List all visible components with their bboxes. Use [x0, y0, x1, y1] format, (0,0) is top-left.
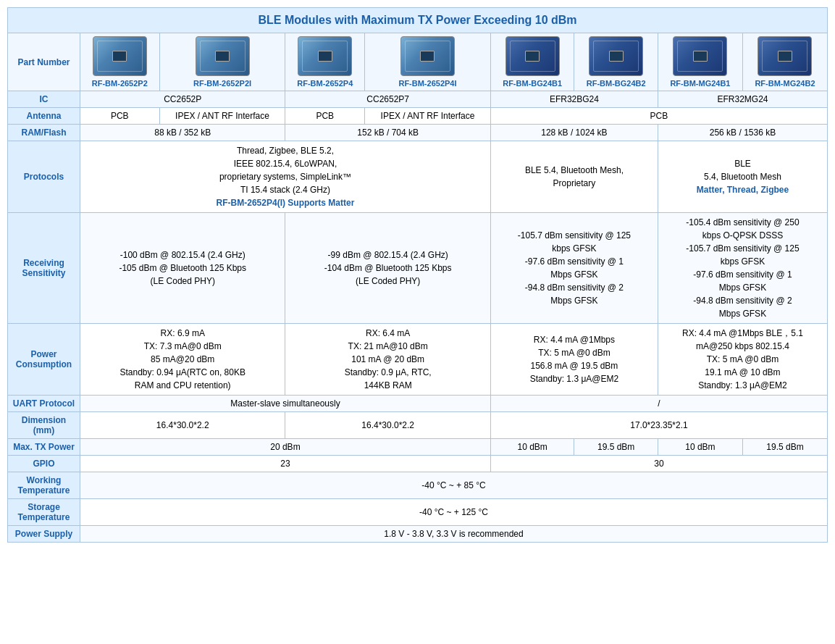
storage-temp-value: -40 °C ~ + 125 °C [80, 499, 828, 526]
antenna-col4: IPEX / ANT RF Interface [365, 108, 491, 125]
max-tx-col6: 19.5 dBm [574, 439, 658, 456]
part-col1: RF-BM-2652P2 [80, 33, 160, 91]
ic-groupB: CC2652P7 [285, 91, 490, 108]
uart-groupAB: Master-slave simultaneously [80, 396, 491, 412]
ic-groupC: EFR32BG24 [490, 91, 658, 108]
rx-sensitivity-groupC: -105.7 dBm sensitivity @ 125kbps GFSK-97… [490, 213, 658, 324]
module-image-col5 [505, 36, 560, 76]
module-image-col6 [589, 36, 643, 76]
part-col2: RF-BM-2652P2I [159, 33, 285, 91]
part-number-label: Part Number [8, 33, 80, 91]
ram-flash-groupA: 88 kB / 352 kB [80, 125, 285, 141]
protocols-groupAB: Thread, Zigbee, BLE 5.2,IEEE 802.15.4, 6… [80, 141, 491, 213]
part-col5: RF-BM-BG24B1 [490, 33, 574, 91]
gpio-groupAB: 23 [80, 456, 491, 472]
module-image-col1 [93, 36, 147, 76]
module-image-col8 [758, 36, 812, 76]
part-name-col8: RF-BM-MG24B2 [755, 79, 815, 88]
working-temp-label: WorkingTemperature [8, 472, 80, 499]
uart-groupCD: / [490, 396, 827, 412]
dimension-groupCD: 17.0*23.35*2.1 [490, 412, 827, 439]
max-tx-col8: 19.5 dBm [742, 439, 827, 456]
table-title: BLE Modules with Maximum TX Power Exceed… [8, 8, 828, 33]
part-name-col3: RF-BM-2652P4 [297, 79, 353, 88]
working-temp-value: -40 °C ~ + 85 °C [80, 472, 828, 499]
main-comparison-table: BLE Modules with Maximum TX Power Exceed… [7, 7, 828, 543]
max-tx-label: Max. TX Power [8, 439, 80, 456]
power-consumption-groupA: RX: 6.9 mATX: 7.3 mA@0 dBm85 mA@20 dBmSt… [80, 324, 285, 396]
part-col7: RF-BM-MG24B1 [658, 33, 742, 91]
rx-sensitivity-groupD: -105.4 dBm sensitivity @ 250kbps O-QPSK … [658, 213, 827, 324]
protocols-matter-note: RF-BM-2652P4(I) Supports Matter [217, 198, 355, 208]
storage-temp-label: StorageTemperature [8, 499, 80, 526]
power-consumption-label: PowerConsumption [8, 324, 80, 396]
max-tx-col5: 10 dBm [490, 439, 574, 456]
power-consumption-groupB: RX: 6.4 mATX: 21 mA@10 dBm101 mA @ 20 dB… [285, 324, 490, 396]
gpio-groupCD: 30 [490, 456, 827, 472]
dimension-groupA: 16.4*30.0*2.2 [80, 412, 285, 439]
part-name-col6: RF-BM-BG24B2 [587, 79, 646, 88]
power-consumption-groupD: RX: 4.4 mA @1Mbps BLE，5.1mA@250 kbps 802… [658, 324, 827, 396]
protocols-groupD-matter: Matter, Thread, Zigbee [697, 185, 789, 195]
part-name-col4: RF-BM-2652P4I [398, 79, 456, 88]
max-tx-groupAB: 20 dBm [80, 439, 491, 456]
rx-sensitivity-label: ReceivingSensitivity [8, 213, 80, 324]
rx-sensitivity-groupB: -99 dBm @ 802.15.4 (2.4 GHz)-104 dBm @ B… [285, 213, 490, 324]
dimension-label: Dimension (mm) [8, 412, 80, 439]
protocols-label: Protocols [8, 141, 80, 213]
rx-sensitivity-groupA: -100 dBm @ 802.15.4 (2.4 GHz)-105 dBm @ … [80, 213, 285, 324]
part-name-col1: RF-BM-2652P2 [92, 79, 148, 88]
power-supply-label: Power Supply [8, 526, 80, 543]
part-col8: RF-BM-MG24B2 [742, 33, 827, 91]
ram-flash-groupB: 152 kB / 704 kB [285, 125, 490, 141]
power-supply-value: 1.8 V - 3.8 V, 3.3 V is recommended [80, 526, 828, 543]
antenna-col2: IPEX / ANT RF Interface [159, 108, 285, 125]
ic-groupA: CC2652P [80, 91, 285, 108]
module-image-col7 [673, 36, 727, 76]
part-col4: RF-BM-2652P4I [365, 33, 491, 91]
antenna-col1: PCB [80, 108, 160, 125]
antenna-col3: PCB [285, 108, 365, 125]
uart-label: UART Protocol [8, 396, 80, 412]
part-col3: RF-BM-2652P4 [285, 33, 365, 91]
ram-flash-groupD: 256 kB / 1536 kB [658, 125, 827, 141]
ram-flash-groupC: 128 kB / 1024 kB [490, 125, 658, 141]
protocols-groupC: BLE 5.4, Bluetooth Mesh,Proprietary [490, 141, 658, 213]
antenna-label: Antenna [8, 108, 80, 125]
ic-groupD: EFR32MG24 [658, 91, 827, 108]
part-col6: RF-BM-BG24B2 [574, 33, 658, 91]
power-consumption-groupC: RX: 4.4 mA @1MbpsTX: 5 mA @0 dBm156.8 mA… [490, 324, 658, 396]
dimension-groupB: 16.4*30.0*2.2 [285, 412, 490, 439]
antenna-groupCD: PCB [490, 108, 827, 125]
part-name-col2: RF-BM-2652P2I [193, 79, 251, 88]
ram-flash-label: RAM/Flash [8, 125, 80, 141]
part-name-col5: RF-BM-BG24B1 [503, 79, 562, 88]
module-image-col4 [400, 36, 455, 76]
part-name-col7: RF-BM-MG24B1 [670, 79, 730, 88]
max-tx-col7: 10 dBm [658, 439, 742, 456]
gpio-label: GPIO [8, 456, 80, 472]
protocols-groupD: BLE5.4, Bluetooth Mesh Matter, Thread, Z… [658, 141, 827, 213]
ic-label: IC [8, 91, 80, 108]
module-image-col2 [196, 36, 250, 76]
module-image-col3 [298, 36, 352, 76]
